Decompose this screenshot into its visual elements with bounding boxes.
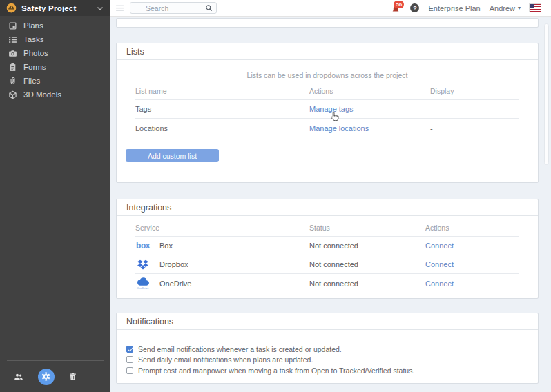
onedrive-logo-icon: OneDrive [135,277,151,290]
sidebar-item-tasks[interactable]: Tasks [0,32,110,46]
manage-tags-link[interactable]: Manage tags [309,105,354,113]
integrations-table-header: Service Status Actions [135,219,519,237]
integrations-card-title: Integrations [117,199,538,216]
members-icon[interactable] [14,372,23,382]
language-flag-icon[interactable] [530,4,541,12]
project-settings-button[interactable] [38,369,55,385]
notifications-card-title: Notifications [117,313,538,330]
table-row: OneDrive OneDrive Not connected Connect [135,274,519,293]
service-name: Box [160,242,173,250]
service-status: Not connected [309,260,425,268]
connect-dropbox-link[interactable]: Connect [425,260,454,268]
connect-onedrive-link[interactable]: Connect [425,280,454,288]
column-header: Actions [309,87,430,95]
dropbox-logo-icon [135,259,151,270]
caret-down-icon: ▾ [518,5,521,11]
brand-logo-hardhat-icon [6,3,17,13]
sidebar-nav: Plans Tasks Photos Forms [0,16,110,101]
sidebar-item-label: Forms [23,63,46,71]
checkbox[interactable] [126,367,133,374]
notification-option-row[interactable]: Send daily email notifications when plan… [126,355,528,366]
lists-card: Lists Lists can be used in dropdowns acr… [116,43,539,183]
plans-icon [8,21,17,30]
sidebar-item-files[interactable]: Files [0,74,110,88]
question-mark-icon: ? [413,5,417,12]
sidebar-item-plans[interactable]: Plans [0,19,110,32]
service-status: Not connected [309,280,425,288]
user-menu[interactable]: Andrew ▾ [490,4,521,12]
cube-icon [8,90,17,99]
table-row: Locations Manage locations - [135,119,519,137]
checkbox[interactable] [126,356,133,363]
sidebar-item-3d-models[interactable]: 3D Models [0,88,110,101]
column-header: Display [430,87,519,95]
table-row: Tags Manage tags - [135,100,519,119]
display-value: - [430,105,519,113]
integrations-card: Integrations Service Status Actions box … [116,199,539,299]
notification-count-badge: 56 [394,1,404,8]
search-input[interactable] [132,4,205,12]
column-header: List name [135,87,309,95]
camera-icon [8,49,17,58]
notification-option-row[interactable]: Prompt cost and manpower when moving a t… [126,365,528,376]
trash-icon[interactable] [68,372,77,381]
notifications-bell-button[interactable]: 56 [392,3,401,13]
checkbox[interactable] [126,346,133,353]
add-custom-list-button[interactable]: Add custom list [126,149,219,162]
service-status: Not connected [309,242,425,250]
notifications-card: Notifications Send email notifications w… [116,313,539,384]
lists-note: Lists can be used in dropdowns across th… [117,71,538,79]
clipboard-icon [8,63,17,72]
service-name: OneDrive [160,280,191,288]
checkbox-label: Send daily email notifications when plan… [138,355,313,364]
table-row: box Box Not connected Connect [135,237,519,255]
previous-card-partial [116,18,539,28]
sidebar-item-label: Photos [23,49,48,57]
sidebar-item-label: Files [23,77,40,85]
column-header: Service [135,224,309,232]
sidebar-item-label: Plans [23,21,44,30]
gear-icon [41,372,50,381]
chevron-down-icon[interactable] [96,4,104,12]
connect-box-link[interactable]: Connect [425,242,454,250]
service-name: Dropbox [160,260,188,268]
user-name: Andrew [490,4,515,12]
vertical-scrollbar[interactable] [544,23,549,165]
sidebar: Safety Project Plans Tasks [0,0,110,392]
search-icon[interactable] [205,4,213,12]
sidebar-footer [0,360,110,392]
checkbox-label: Send email notifications whenever a task… [138,345,342,353]
help-button[interactable]: ? [410,3,419,12]
topbar: 56 ? Enterprise Plan Andrew ▾ [110,0,551,17]
table-row: Dropbox Not connected Connect [135,255,519,274]
display-value: - [430,124,519,133]
box-logo-icon: box [135,241,151,251]
list-name: Tags [135,105,309,113]
sidebar-item-label: 3D Models [23,90,61,99]
tasks-icon [8,35,17,44]
column-header: Actions [425,224,519,232]
project-name: Safety Project [21,4,77,12]
sidebar-item-label: Tasks [23,35,44,43]
notification-option-row[interactable]: Send email notifications whenever a task… [126,344,528,355]
search-box[interactable] [130,2,217,14]
list-name: Locations [135,124,309,133]
hamburger-menu-icon[interactable] [115,3,124,12]
sidebar-item-forms[interactable]: Forms [0,60,110,74]
lists-table-header: List name Actions Display [135,82,519,100]
column-header: Status [309,224,425,232]
sidebar-item-photos[interactable]: Photos [0,46,110,60]
paperclip-icon [8,77,17,86]
app-root: Safety Project Plans Tasks [0,0,551,392]
lists-card-title: Lists [117,43,538,60]
plan-label: Enterprise Plan [428,4,480,12]
project-switcher[interactable]: Safety Project [0,0,110,16]
manage-locations-link[interactable]: Manage locations [309,124,369,133]
checkbox-label: Prompt cost and manpower when moving a t… [138,366,414,375]
